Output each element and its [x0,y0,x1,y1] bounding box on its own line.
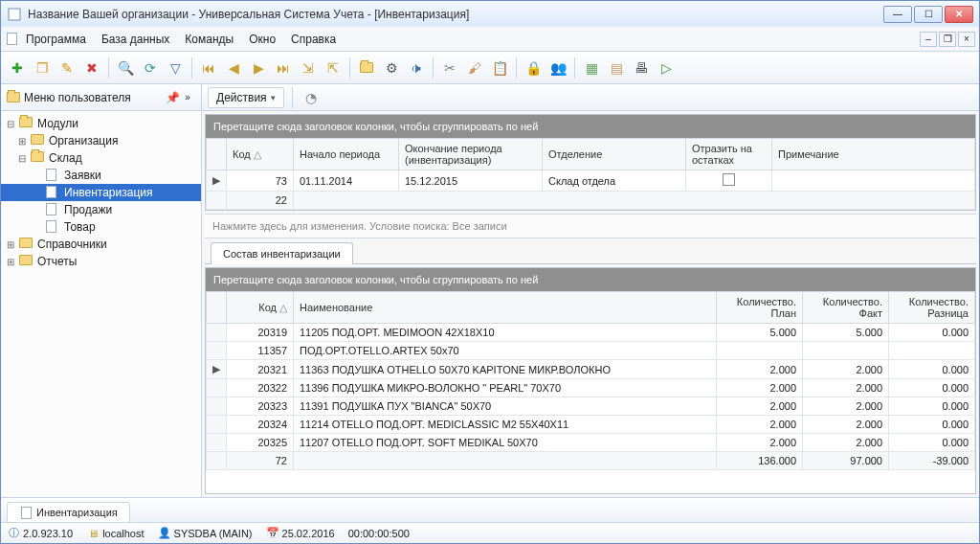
calendar-icon: 📅 [266,527,279,540]
tab-sostav[interactable]: Состав инвентаризации [211,242,353,264]
edit-icon[interactable]: ✎ [56,57,78,79]
sidebar-title: Меню пользователя [24,91,165,104]
folder-icon[interactable] [356,57,377,79]
menu-window[interactable]: Окно [241,29,283,50]
doc2-icon[interactable]: ▤ [606,57,627,79]
mdi-restore[interactable]: ❐ [939,32,956,47]
detail-sum-row: 72 136.000 97.000 -39.000 [207,452,975,470]
copy-icon[interactable]: ❐ [32,57,53,79]
col-reflect: Отразить на остатках [686,139,772,170]
menubar: Программа База данных Команды Окно Справ… [1,27,979,52]
main: Действия▾ ◔ Перетащите сюда заголовок ко… [202,84,979,497]
table-row[interactable]: 20322 11396 ПОДУШКА МИКРО-ВОЛОКНО " PEAR… [207,379,975,397]
nav-prev-icon[interactable]: ◀ [223,57,244,79]
export-icon[interactable]: ⇲ [298,57,319,79]
bottom-tabs: Инвентаризация [1,497,979,522]
svg-rect-0 [9,9,20,20]
dcol-diff: Количество. Разница [889,292,975,324]
page-icon [19,506,33,519]
dcol-name: Наименование [294,292,717,324]
actions-button[interactable]: Действия▾ [208,87,284,108]
nav-tree: ⊟Модули ⊞Организация ⊟Склад Заявки Инвен… [1,111,201,497]
tree-org[interactable]: ⊞Организация [1,132,201,149]
nav-next-icon[interactable]: ▶ [248,57,269,79]
tree-sklad[interactable]: ⊟Склад [1,149,201,167]
mdi-minimize[interactable]: – [920,32,937,47]
table-row[interactable]: ▶ 20321 11363 ПОДУШКА OTHELLO 50X70 KAPI… [207,360,975,379]
col-dept: Отделение [543,139,686,170]
table-row[interactable]: 20324 11214 OTELLO ПОД.ОРТ. MEDICLASSIC … [207,416,975,434]
tree-invent[interactable]: Инвентаризация [1,184,201,201]
table-row[interactable]: 20325 11207 OTELLO ПОД.ОРТ. SOFT MEDIKAL… [207,434,975,452]
mdi-close[interactable]: × [958,32,975,47]
table-row[interactable]: ▶ 73 01.11.2014 15.12.2015 Склад отдела [207,170,975,192]
detail-group-hint[interactable]: Перетащите сюда заголовок колонки, чтобы… [206,268,975,291]
col-note: Примечание [772,139,975,170]
statusbar: ⓘ 2.0.923.10 🖥 localhost 👤 SYSDBA (MAIN)… [1,522,979,543]
status-date: 25.02.2016 [282,527,335,538]
tree-zayavki[interactable]: Заявки [1,167,201,184]
col-end: Окончание периода (инвентаризация) [399,139,543,170]
users-icon[interactable]: 👥 [547,57,568,79]
detail-grid-panel: Перетащите сюда заголовок колонки, чтобы… [205,267,976,494]
refresh-icon[interactable]: ⟳ [140,57,161,79]
dcol-fact: Количество. Факт [803,292,889,324]
nav-first-icon[interactable]: ⏮ [198,57,219,79]
tools2-icon[interactable]: 🖌 [464,57,485,79]
filter-hint[interactable]: Нажмите здесь для изменения. Условие пои… [205,214,976,238]
menu-database[interactable]: База данных [94,29,177,50]
add-icon[interactable]: ✚ [7,57,28,79]
table-row[interactable]: 20323 11391 ПОДУШКА ПУХ "BIANCA" 50X70 2… [207,397,975,416]
window-title: Название Вашей организации - Универсальн… [28,8,883,21]
tree-prodazhi[interactable]: Продажи [1,201,201,218]
delete-icon[interactable]: ✖ [81,57,102,79]
table-row[interactable]: 11357 ПОД.ОРТ.OTELLO.ARTEX 50x70 [207,342,975,360]
settings-icon[interactable]: ⚙ [381,57,402,79]
actionbar: Действия▾ ◔ [202,84,979,111]
tree-otchety[interactable]: ⊞Отчеты [1,253,201,270]
status-host: localhost [102,528,144,539]
col-kod: Код △ [227,139,294,170]
top-grid-panel: Перетащите сюда заголовок колонки, чтобы… [205,114,976,211]
import-icon[interactable]: ⇱ [323,57,344,79]
doc-tab[interactable]: Инвентаризация [7,502,130,523]
sum-row: 22 [207,192,975,210]
menu-help[interactable]: Справка [283,29,344,50]
filter-icon[interactable]: ▽ [165,57,186,79]
print-icon[interactable]: 🖶 [631,57,652,79]
app-icon [7,7,22,22]
play-icon[interactable]: ▷ [656,57,677,79]
pin-icon[interactable]: 📌 [165,90,180,105]
checkbox[interactable] [723,173,735,186]
status-time: 00:00:00:500 [348,528,410,539]
clock-icon[interactable]: ◔ [301,87,322,108]
status-user: SYSDBA (MAIN) [174,527,253,538]
tools3-icon[interactable]: 📋 [489,57,510,79]
sound-icon[interactable]: 🕩 [406,57,427,79]
info-icon: ⓘ [7,527,20,540]
detail-grid[interactable]: Код △ Наименование Количество. План Коли… [206,291,975,470]
group-hint[interactable]: Перетащите сюда заголовок колонки, чтобы… [206,115,975,138]
sidebar: Меню пользователя 📌 » ⊟Модули ⊞Организац… [1,84,202,497]
search-icon[interactable]: 🔍 [115,57,136,79]
doc-icon [5,33,18,46]
close-button[interactable]: ✕ [945,6,973,23]
tree-tovar[interactable]: Товар [1,218,201,236]
minimize-button[interactable]: — [883,6,912,23]
lock-icon[interactable]: 🔒 [523,57,544,79]
table-row[interactable]: 20319 11205 ПОД.ОРТ. MEDIMOON 42X18X10 5… [207,324,975,342]
tree-modules[interactable]: ⊟Модули [1,115,201,132]
col-start: Начало периода [294,139,399,170]
tools1-icon[interactable]: ✂ [439,57,460,79]
tree-sprav[interactable]: ⊞Справочники [1,236,201,253]
maximize-button[interactable]: ☐ [914,6,943,23]
chevron-icon[interactable]: » [180,90,195,105]
folder-icon [7,91,20,104]
toolbar: ✚ ❐ ✎ ✖ 🔍 ⟳ ▽ ⏮ ◀ ▶ ⏭ ⇲ ⇱ ⚙ 🕩 ✂ 🖌 📋 🔒 👥 … [1,52,979,84]
menu-commands[interactable]: Команды [177,29,241,50]
menu-program[interactable]: Программа [18,29,94,50]
nav-last-icon[interactable]: ⏭ [273,57,294,79]
doc1-icon[interactable]: ▦ [581,57,602,79]
host-icon: 🖥 [86,527,100,540]
top-grid[interactable]: Код △ Начало периода Окончание периода (… [206,138,975,210]
